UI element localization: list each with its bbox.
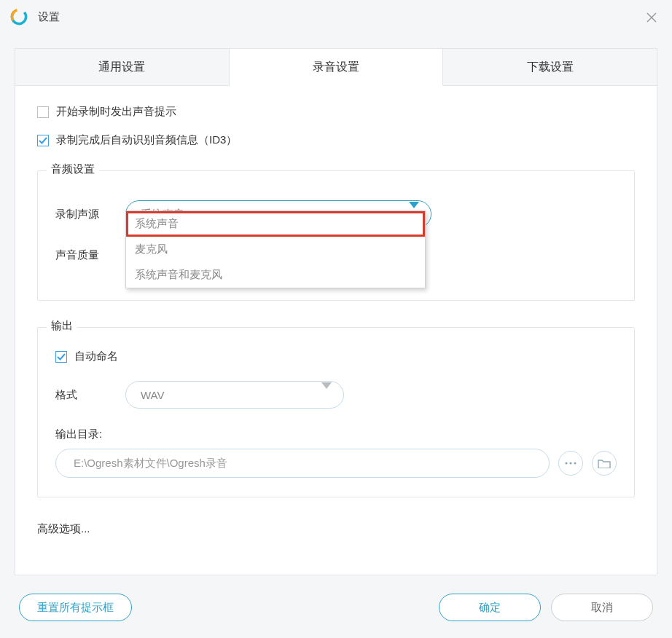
format-select[interactable]: WAV: [125, 381, 344, 409]
window-title: 设置: [38, 10, 60, 24]
source-dropdown: 系统声音 麦克风 系统声音和麦克风: [125, 210, 426, 288]
format-row: 格式 WAV: [55, 381, 617, 409]
format-label: 格式: [55, 388, 125, 402]
tab-general[interactable]: 通用设置: [15, 48, 230, 85]
svg-point-4: [565, 462, 567, 464]
tab-label: 下载设置: [527, 60, 574, 75]
id3-row: 录制完成后自动识别音频信息（ID3）: [37, 133, 635, 147]
source-option-system[interactable]: 系统声音: [126, 211, 425, 237]
cancel-button[interactable]: 取消: [551, 594, 653, 621]
output-group: 输出 自动命名 格式 WAV 输出目录: E:\Ogresh素材文件\Ogres…: [37, 327, 635, 497]
autoname-checkbox[interactable]: [55, 351, 67, 363]
format-value: WAV: [141, 389, 165, 401]
recording-pane: 开始录制时发出声音提示 录制完成后自动识别音频信息（ID3） 音频设置 录制声源…: [15, 86, 657, 575]
sound-hint-label: 开始录制时发出声音提示: [56, 105, 176, 119]
id3-label: 录制完成后自动识别音频信息（ID3）: [56, 133, 237, 147]
option-label: 系统声音: [135, 217, 179, 229]
titlebar: 设置: [0, 0, 672, 34]
source-label: 录制声源: [55, 208, 125, 221]
button-label: 取消: [591, 601, 613, 615]
tab-download[interactable]: 下载设置: [443, 48, 657, 85]
chevron-down-icon: [321, 389, 332, 401]
advanced-options-link[interactable]: 高级选项...: [37, 522, 635, 536]
folder-icon: [598, 458, 611, 468]
svg-point-6: [574, 462, 576, 464]
tab-recording[interactable]: 录音设置: [230, 48, 444, 86]
close-icon: [646, 12, 657, 23]
output-dir-field[interactable]: E:\Ogresh素材文件\Ogresh录音: [55, 449, 550, 478]
output-legend: 输出: [47, 319, 77, 333]
more-button[interactable]: [558, 451, 583, 476]
sound-hint-checkbox[interactable]: [37, 106, 49, 118]
output-dir-row: E:\Ogresh素材文件\Ogresh录音: [55, 449, 617, 478]
tab-bar: 通用设置 录音设置 下载设置: [15, 48, 657, 86]
ellipsis-icon: [565, 461, 577, 465]
tab-label: 通用设置: [98, 60, 145, 75]
option-label: 系统声音和麦克风: [135, 268, 222, 280]
close-button[interactable]: [641, 7, 662, 28]
audio-group: 音频设置 录制声源 系统声音 系统声音 麦克风 系统声音和麦克风: [37, 170, 635, 301]
browse-button[interactable]: [592, 451, 617, 476]
output-dir-label: 输出目录:: [55, 428, 617, 441]
sound-hint-row: 开始录制时发出声音提示: [37, 105, 635, 119]
output-dir-value: E:\Ogresh素材文件\Ogresh录音: [74, 457, 227, 470]
option-label: 麦克风: [135, 243, 168, 255]
ok-button[interactable]: 确定: [439, 594, 541, 621]
audio-legend: 音频设置: [47, 162, 99, 176]
button-label: 确定: [479, 601, 501, 615]
button-label: 重置所有提示框: [37, 601, 114, 615]
app-logo-icon: [9, 7, 29, 27]
source-option-both[interactable]: 系统声音和麦克风: [126, 262, 425, 288]
tab-label: 录音设置: [313, 60, 359, 75]
autoname-row: 自动命名: [55, 350, 617, 363]
reset-hints-button[interactable]: 重置所有提示框: [19, 594, 132, 621]
settings-window: 设置 通用设置 录音设置 下载设置 开始录制时发出声音提示: [0, 0, 672, 638]
quality-label: 声音质量: [55, 248, 125, 262]
id3-checkbox[interactable]: [37, 135, 49, 146]
advanced-label: 高级选项...: [37, 522, 90, 535]
source-option-mic[interactable]: 麦克风: [126, 237, 425, 262]
autoname-label: 自动命名: [74, 350, 118, 363]
svg-point-5: [569, 462, 571, 464]
footer: 重置所有提示框 确定 取消: [0, 577, 672, 638]
